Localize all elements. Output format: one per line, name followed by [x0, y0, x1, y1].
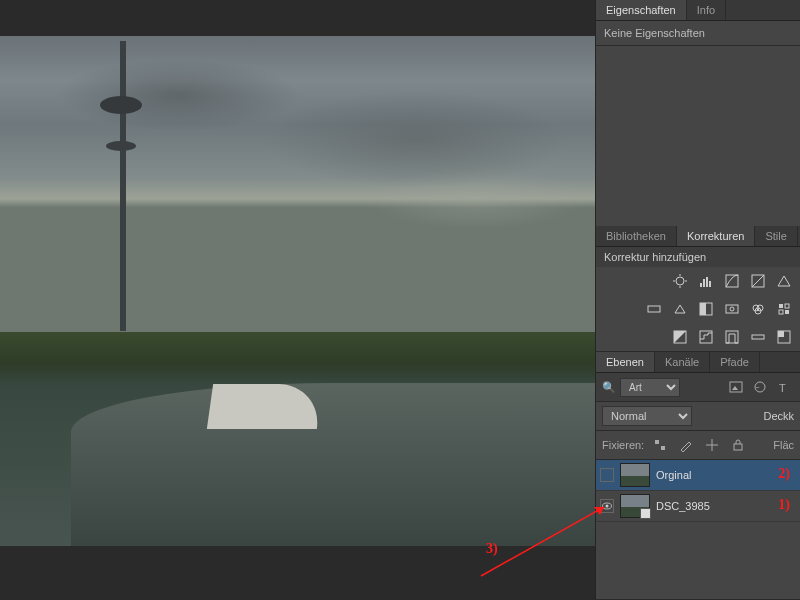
svg-rect-30	[752, 335, 764, 339]
color-balance-icon[interactable]	[670, 299, 690, 319]
svg-rect-32	[778, 331, 784, 337]
channel-mixer-icon[interactable]	[748, 299, 768, 319]
svg-rect-13	[648, 306, 660, 312]
svg-rect-17	[726, 305, 738, 313]
layer-name[interactable]: DSC_3985	[656, 500, 710, 512]
svg-rect-6	[703, 279, 705, 287]
visibility-toggle[interactable]	[600, 468, 614, 482]
lock-pixels-icon[interactable]	[676, 435, 696, 455]
fill-label: Fläc	[773, 439, 794, 451]
svg-rect-37	[655, 440, 659, 444]
curves-icon[interactable]	[722, 271, 742, 291]
posterize-icon[interactable]	[696, 327, 716, 347]
svg-rect-16	[700, 303, 706, 315]
layer-filter-select[interactable]: Art	[620, 378, 680, 397]
layer-name[interactable]: Orginal	[656, 469, 691, 481]
tab-layers[interactable]: Ebenen	[596, 352, 655, 372]
document-canvas[interactable]	[0, 36, 595, 546]
blend-mode-select[interactable]: Normal	[602, 406, 692, 426]
photo-filter-icon[interactable]	[722, 299, 742, 319]
svg-rect-8	[709, 281, 711, 287]
lock-all-icon[interactable]	[728, 435, 748, 455]
filter-type-icon[interactable]: T	[774, 377, 794, 397]
tab-adjustments[interactable]: Korrekturen	[677, 226, 755, 246]
svg-rect-29	[726, 331, 738, 343]
svg-rect-24	[779, 310, 783, 314]
brightness-contrast-icon[interactable]	[670, 271, 690, 291]
annotation-marker-1: 1)	[778, 497, 790, 513]
canvas-area[interactable]	[0, 0, 595, 600]
svg-point-0	[676, 277, 684, 285]
svg-rect-9	[726, 275, 738, 287]
gradient-map-icon[interactable]	[748, 327, 768, 347]
filter-adjust-icon[interactable]	[750, 377, 770, 397]
exposure-icon[interactable]	[748, 271, 768, 291]
svg-point-43	[606, 505, 609, 508]
svg-point-18	[730, 307, 734, 311]
vibrance-icon[interactable]	[774, 271, 794, 291]
search-icon: 🔍	[602, 381, 616, 394]
levels-icon[interactable]	[696, 271, 716, 291]
eye-icon	[601, 500, 613, 512]
visibility-toggle[interactable]	[600, 499, 614, 513]
svg-rect-25	[785, 310, 789, 314]
svg-rect-23	[785, 304, 789, 308]
lock-transparency-icon[interactable]	[650, 435, 670, 455]
invert-icon[interactable]	[670, 327, 690, 347]
svg-rect-41	[734, 444, 742, 450]
filter-image-icon[interactable]	[726, 377, 746, 397]
svg-rect-22	[779, 304, 783, 308]
tab-libraries[interactable]: Bibliotheken	[596, 226, 677, 246]
layer-row[interactable]: DSC_3985 1) 3)	[596, 491, 800, 522]
threshold-icon[interactable]	[722, 327, 742, 347]
adjustments-header: Korrektur hinzufügen	[596, 247, 800, 267]
tab-info[interactable]: Info	[687, 0, 726, 20]
layers-panel: Ebenen Kanäle Pfade 🔍 Art T Normal Deck	[596, 352, 800, 600]
annotation-marker-2: 2)	[778, 466, 790, 482]
tab-paths[interactable]: Pfade	[710, 352, 760, 372]
svg-rect-5	[700, 283, 702, 287]
layer-thumbnail[interactable]	[620, 463, 650, 487]
lock-label: Fixieren:	[602, 439, 644, 451]
lock-position-icon[interactable]	[702, 435, 722, 455]
svg-rect-33	[730, 382, 742, 392]
properties-panel: Eigenschaften Info Keine Eigenschaften	[596, 0, 800, 46]
svg-text:T: T	[779, 382, 786, 394]
bw-icon[interactable]	[696, 299, 716, 319]
selective-color-icon[interactable]	[774, 327, 794, 347]
svg-marker-34	[732, 386, 738, 390]
layer-row[interactable]: Orginal 2)	[596, 460, 800, 491]
svg-rect-7	[706, 277, 708, 287]
tab-channels[interactable]: Kanäle	[655, 352, 710, 372]
hue-sat-icon[interactable]	[644, 299, 664, 319]
color-lookup-icon[interactable]	[774, 299, 794, 319]
opacity-label: Deckk	[763, 410, 794, 422]
svg-rect-38	[661, 446, 665, 450]
svg-line-11	[752, 275, 764, 287]
properties-body: Keine Eigenschaften	[596, 21, 800, 45]
adjustments-panel: Bibliotheken Korrekturen Stile Korrektur…	[596, 226, 800, 352]
tab-properties[interactable]: Eigenschaften	[596, 0, 687, 20]
svg-marker-27	[674, 331, 686, 343]
layer-thumbnail[interactable]	[620, 494, 650, 518]
svg-marker-12	[778, 276, 790, 286]
tab-styles[interactable]: Stile	[755, 226, 797, 246]
